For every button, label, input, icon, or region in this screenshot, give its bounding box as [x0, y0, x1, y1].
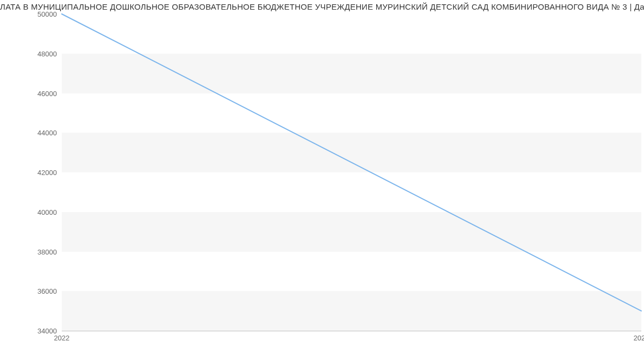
y-tick-label: 34000 [9, 327, 57, 335]
x-tick-label: 2024 [634, 334, 644, 342]
chart-title: ЛАТА В МУНИЦИПАЛЬНОЕ ДОШКОЛЬНОЕ ОБРАЗОВА… [0, 2, 644, 11]
y-tick-label: 50000 [9, 10, 57, 18]
y-tick-label: 36000 [9, 287, 57, 295]
y-tick-label: 48000 [9, 49, 57, 57]
series-1-path [62, 14, 641, 311]
plot-area [62, 14, 641, 331]
y-tick-label: 42000 [9, 169, 57, 177]
y-tick-label: 46000 [9, 89, 57, 97]
y-tick-label: 44000 [9, 129, 57, 137]
x-tick-label: 2022 [54, 334, 70, 342]
chart-container: ЛАТА В МУНИЦИПАЛЬНОЕ ДОШКОЛЬНОЕ ОБРАЗОВА… [0, 0, 644, 349]
line-series-svg [62, 14, 641, 331]
x-axis-line [62, 331, 641, 331]
y-tick-label: 40000 [9, 208, 57, 216]
y-tick-label: 38000 [9, 248, 57, 256]
